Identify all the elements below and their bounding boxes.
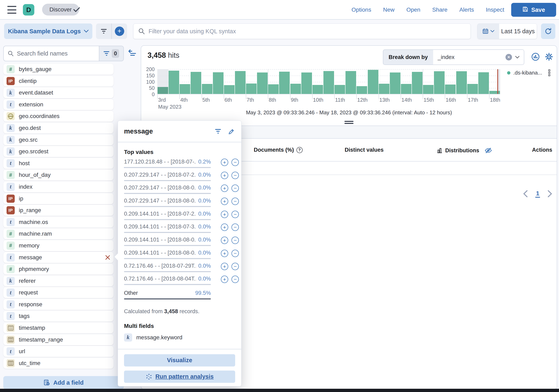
clear-breakdown-icon[interactable]: × [505, 54, 512, 60]
field-search-input[interactable] [17, 50, 99, 57]
topbar-menu-link[interactable]: Open [406, 7, 420, 13]
filter-for-value-button[interactable]: + [221, 185, 228, 192]
field-list-item[interactable]: t tags [3, 310, 114, 322]
field-list-item[interactable]: t url [3, 346, 114, 357]
next-page-button[interactable] [547, 190, 552, 197]
refresh-icon [544, 27, 552, 35]
field-list-item[interactable]: timestamp [3, 322, 114, 333]
edit-field-pencil-icon[interactable] [228, 128, 235, 135]
menu-hamburger-icon[interactable] [7, 6, 16, 14]
field-list-item[interactable]: k geo.src [3, 134, 114, 145]
filter-for-value-button[interactable]: + [221, 211, 228, 218]
edit-visualization-button[interactable] [529, 51, 542, 63]
filter-out-value-button[interactable]: − [232, 224, 239, 231]
filter-for-value-button[interactable]: + [221, 224, 228, 231]
chart-resize-handle[interactable] [345, 121, 354, 124]
top-value-bar [124, 232, 211, 233]
field-list-item[interactable]: # machine.ram [3, 228, 114, 239]
field-list-item[interactable]: # memory [3, 240, 114, 251]
filter-for-value-button[interactable]: + [221, 250, 228, 257]
filter-out-value-button[interactable]: − [232, 185, 239, 192]
top-value-row: 0.207.229.147 - - [2018-08-0... 0.0% + − [124, 198, 235, 211]
field-name-label: geo.src [19, 137, 37, 143]
field-list-item[interactable]: t machine.os [3, 217, 114, 228]
filter-out-value-button[interactable]: − [232, 172, 239, 179]
field-list-item[interactable]: IP ip_range [3, 205, 114, 216]
app-logo-badge[interactable]: D [23, 4, 34, 16]
topbar-menu-link[interactable]: Inspect [486, 7, 504, 13]
time-range-value[interactable]: Last 15 days [499, 24, 537, 39]
field-list-item[interactable]: t message [3, 252, 114, 263]
topbar-menu-link[interactable]: Share [432, 7, 447, 13]
legend-menu-icon[interactable] [548, 69, 550, 76]
hide-distributions-icon[interactable] [485, 147, 492, 154]
chart-options-gear-button[interactable] [543, 51, 555, 63]
filter-out-value-button[interactable]: − [232, 237, 239, 244]
filter-out-value-button[interactable]: − [232, 250, 239, 257]
filter-out-value-button[interactable]: − [232, 263, 239, 270]
window-bottom-edge [0, 389, 559, 392]
filter-out-value-button[interactable]: − [232, 198, 239, 205]
field-list-item[interactable]: k event.dataset [3, 87, 114, 98]
filter-for-value-button[interactable]: + [221, 159, 228, 166]
filter-for-value-button[interactable]: + [221, 198, 228, 205]
field-list-item[interactable]: k geo.dest [3, 122, 114, 134]
field-list-item[interactable]: utc_time [3, 358, 114, 369]
multi-field-item[interactable]: k message.keyword [124, 333, 235, 342]
collapse-sidebar-button[interactable] [128, 49, 137, 58]
time-range-picker[interactable]: Last 15 days [477, 23, 537, 39]
filter-for-value-button[interactable]: + [221, 263, 228, 270]
field-list-item[interactable]: # bytes_gauge [3, 64, 114, 75]
kql-search-bar [133, 23, 471, 39]
top-values-list: 177.120.218.48 - - [2018-07-... 0.2% + −… [124, 159, 235, 289]
field-list-item[interactable]: IP clientip [3, 75, 114, 87]
add-filter-button[interactable]: + [112, 23, 127, 39]
breakdown-selector[interactable]: Break down by _index × [383, 49, 524, 65]
calendar-menu[interactable] [477, 24, 499, 39]
page-number[interactable]: 1 [535, 190, 540, 198]
field-list-item[interactable]: t response [3, 299, 114, 310]
field-list-item[interactable]: t index [3, 181, 114, 192]
field-list-item[interactable]: t extension [3, 99, 114, 110]
field-list-item[interactable]: t request [3, 287, 114, 298]
add-field-button[interactable]: Add a field [3, 376, 124, 389]
topbar-menu-link[interactable]: Options [351, 7, 371, 13]
field-list-item[interactable]: # hour_of_day [3, 169, 114, 181]
top-value-text: 0.207.229.147 - - [2018-07-2... [124, 172, 196, 178]
filter-for-value-button[interactable]: + [221, 237, 228, 244]
filter-menu-button[interactable] [96, 23, 111, 39]
histogram-bar [279, 72, 290, 94]
histogram-bar [257, 73, 268, 94]
help-icon[interactable]: ? [297, 147, 303, 153]
deselect-field-button[interactable] [105, 255, 110, 260]
field-list-item[interactable]: timestamp_range [3, 334, 114, 345]
filter-for-value-button[interactable]: + [221, 276, 228, 283]
filter-out-value-button[interactable]: − [232, 159, 239, 166]
save-button[interactable]: Save [511, 3, 556, 17]
x-axis-month-label: May 2023 [158, 104, 181, 110]
field-list-item[interactable]: geo.coordinates [3, 111, 114, 122]
run-pattern-analysis-button[interactable]: Run pattern analysis [124, 371, 235, 383]
filter-values-icon[interactable] [215, 129, 221, 134]
top-value-row: 0.72.176.46 - - [2018-07-29T... 0.0% + − [124, 263, 235, 276]
field-filter-button[interactable]: 0 [99, 46, 123, 61]
previous-page-button[interactable] [523, 190, 528, 197]
field-list-item[interactable]: k referer [3, 275, 114, 286]
field-type-badge: k [7, 277, 15, 285]
topbar-menu-link[interactable]: Alerts [459, 7, 474, 13]
topbar-menu-link[interactable]: New [383, 7, 394, 13]
filter-out-value-button[interactable]: − [232, 276, 239, 283]
refresh-button[interactable] [541, 23, 555, 39]
field-list-item[interactable]: # phpmemory [3, 264, 114, 275]
visualize-button[interactable]: Visualize [124, 354, 235, 366]
current-time-line [497, 69, 498, 94]
field-list-item[interactable]: IP ip [3, 193, 114, 204]
field-list-item[interactable]: k geo.srcdest [3, 146, 114, 157]
legend-series-label[interactable]: .ds-kibana... [513, 70, 542, 76]
kql-query-input[interactable] [149, 28, 471, 35]
filter-out-value-button[interactable]: − [232, 211, 239, 218]
filter-for-value-button[interactable]: + [221, 172, 228, 179]
field-list-item[interactable]: t host [3, 158, 114, 169]
top-value-text: 0.72.176.46 - - [2018-08-04T... [124, 276, 196, 282]
data-view-selector[interactable]: Kibana Sample Data Logs [4, 23, 92, 39]
